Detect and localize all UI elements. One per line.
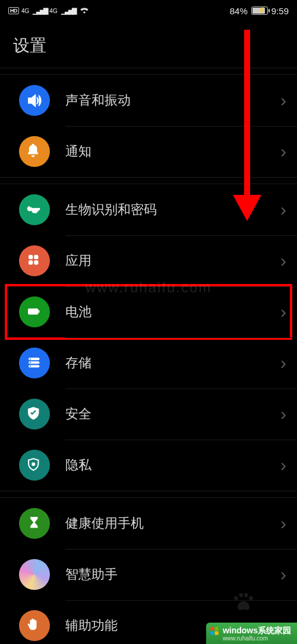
settings-item-apps[interactable]: 应用› xyxy=(0,235,297,286)
chevron-right-icon: › xyxy=(280,354,286,372)
watermark-corner-line1: windows系统家园 xyxy=(223,626,291,635)
page-title: 设置 xyxy=(0,21,297,68)
chevron-right-icon: › xyxy=(280,405,286,423)
settings-item-label: 通知 xyxy=(65,143,280,160)
chevron-right-icon: › xyxy=(280,303,286,321)
volume-icon xyxy=(19,85,50,116)
hourglass-icon xyxy=(19,508,50,539)
clock: 9:59 xyxy=(271,6,289,16)
watermark-corner: windows系统家园 www.ruhaifu.com xyxy=(206,623,297,644)
settings-item-battery[interactable]: 电池› xyxy=(0,286,297,337)
settings-item-health[interactable]: 健康使用手机› xyxy=(0,498,297,549)
settings-item-label: 智慧助手 xyxy=(65,566,280,583)
chevron-right-icon: › xyxy=(280,91,286,109)
chevron-right-icon: › xyxy=(280,201,286,219)
net-label-1: 4G xyxy=(21,8,29,14)
settings-item-label: 应用 xyxy=(65,252,280,270)
settings-item-assist[interactable]: 智慧助手› xyxy=(0,549,297,600)
battery-icon: ⚡ xyxy=(251,7,268,15)
settings-item-privacy[interactable]: 隐私› xyxy=(0,440,297,491)
net-label-2: 4G xyxy=(49,8,57,14)
chevron-right-icon: › xyxy=(280,456,286,474)
gradient-icon xyxy=(19,559,50,590)
settings-item-storage[interactable]: 存储› xyxy=(0,337,297,389)
settings-item-label: 隐私 xyxy=(65,456,280,474)
battery-icon xyxy=(19,296,50,327)
storage-icon xyxy=(19,348,50,378)
section-divider xyxy=(0,491,297,498)
settings-item-label: 电池 xyxy=(65,303,280,321)
shield-check-icon xyxy=(19,399,50,430)
signal-icon-2: ▁▃▅▇ xyxy=(61,7,75,15)
svg-rect-0 xyxy=(210,627,214,630)
settings-item-label: 安全 xyxy=(65,405,280,423)
chevron-right-icon: › xyxy=(280,252,286,270)
settings-item-notif[interactable]: 通知› xyxy=(0,126,297,177)
settings-item-biometric[interactable]: 生物识别和密码› xyxy=(0,184,297,235)
settings-item-label: 健康使用手机 xyxy=(65,514,280,532)
hand-icon xyxy=(19,610,50,641)
shield-dot-icon xyxy=(19,450,50,481)
chevron-right-icon: › xyxy=(280,514,286,532)
status-right: 84% ⚡ 9:59 xyxy=(230,6,289,16)
svg-rect-3 xyxy=(215,631,219,634)
wifi-icon xyxy=(79,5,90,16)
key-icon xyxy=(19,194,50,225)
bell-icon xyxy=(19,136,50,167)
chevron-right-icon: › xyxy=(280,143,286,160)
status-bar: HD 4G ▁▃▅▇ 4G ▁▃▅▇ 84% ⚡ 9:59 xyxy=(0,0,297,21)
settings-item-label: 生物识别和密码 xyxy=(65,201,280,219)
settings-item-security[interactable]: 安全› xyxy=(0,389,297,440)
hd-badge: HD xyxy=(8,7,19,14)
watermark-corner-line2: www.ruhaifu.com xyxy=(223,635,291,642)
apps-icon xyxy=(19,245,50,276)
status-left: HD 4G ▁▃▅▇ 4G ▁▃▅▇ xyxy=(8,5,90,16)
section-divider xyxy=(0,177,297,184)
chevron-right-icon: › xyxy=(280,566,286,583)
signal-icon-1: ▁▃▅▇ xyxy=(33,7,47,15)
svg-rect-1 xyxy=(215,627,219,630)
section-divider xyxy=(0,68,297,75)
battery-pct: 84% xyxy=(230,6,248,16)
settings-item-label: 声音和振动 xyxy=(65,91,280,109)
settings-item-sound[interactable]: 声音和振动› xyxy=(0,75,297,126)
settings-item-label: 存储 xyxy=(65,354,280,372)
svg-rect-2 xyxy=(210,631,214,634)
